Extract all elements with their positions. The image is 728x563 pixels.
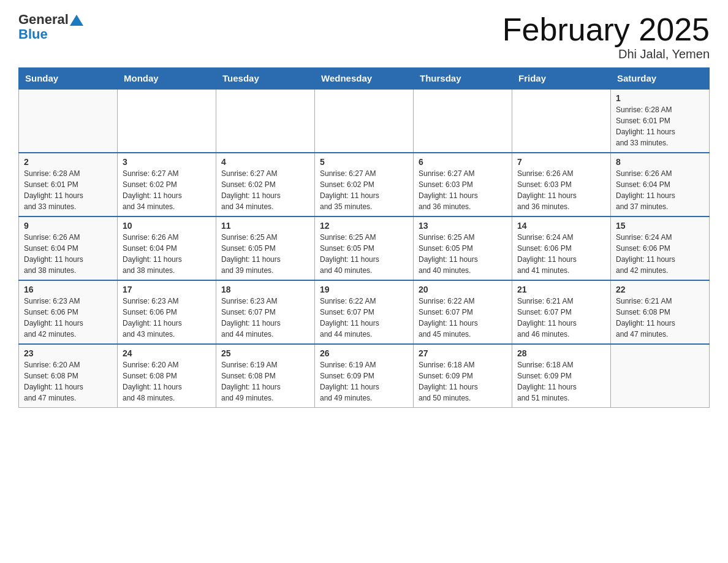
weekday-header-tuesday: Tuesday [216,68,315,90]
logo-triangle-icon [70,12,83,26]
day-number: 16 [24,285,112,294]
day-info: Sunrise: 6:26 AM Sunset: 6:04 PM Dayligh… [616,168,704,212]
calendar-week-3: 9Sunrise: 6:26 AM Sunset: 6:04 PM Daylig… [19,216,710,280]
calendar-cell: 12Sunrise: 6:25 AM Sunset: 6:05 PM Dayli… [315,216,414,280]
day-info: Sunrise: 6:23 AM Sunset: 6:06 PM Dayligh… [123,296,211,340]
calendar-cell: 17Sunrise: 6:23 AM Sunset: 6:06 PM Dayli… [118,280,216,344]
calendar-cell: 21Sunrise: 6:21 AM Sunset: 6:07 PM Dayli… [512,280,611,344]
calendar-week-5: 23Sunrise: 6:20 AM Sunset: 6:08 PM Dayli… [19,344,710,408]
calendar-body: 1Sunrise: 6:28 AM Sunset: 6:01 PM Daylig… [19,89,710,408]
weekday-header-friday: Friday [512,68,611,90]
calendar-table: SundayMondayTuesdayWednesdayThursdayFrid… [18,67,710,408]
calendar-cell: 19Sunrise: 6:22 AM Sunset: 6:07 PM Dayli… [315,280,414,344]
logo: General Blue [18,12,83,42]
calendar-cell [216,89,315,153]
calendar-cell [118,89,216,153]
day-number: 15 [616,221,704,231]
calendar-cell: 3Sunrise: 6:27 AM Sunset: 6:02 PM Daylig… [118,153,216,216]
day-info: Sunrise: 6:18 AM Sunset: 6:09 PM Dayligh… [517,359,605,404]
calendar-cell: 27Sunrise: 6:18 AM Sunset: 6:09 PM Dayli… [414,344,512,408]
day-number: 17 [123,285,211,294]
day-number: 24 [123,348,211,358]
calendar-week-1: 1Sunrise: 6:28 AM Sunset: 6:01 PM Daylig… [19,89,710,153]
logo-blue-text: Blue [18,26,48,42]
calendar-cell [315,89,414,153]
calendar-cell: 25Sunrise: 6:19 AM Sunset: 6:08 PM Dayli… [216,344,315,408]
calendar-cell: 20Sunrise: 6:22 AM Sunset: 6:07 PM Dayli… [414,280,512,344]
day-number: 18 [221,285,309,294]
day-number: 27 [419,348,507,358]
calendar-cell: 14Sunrise: 6:24 AM Sunset: 6:06 PM Dayli… [512,216,611,280]
day-number: 28 [517,348,605,358]
svg-marker-0 [70,15,83,26]
day-number: 2 [24,157,112,167]
day-info: Sunrise: 6:27 AM Sunset: 6:02 PM Dayligh… [221,168,309,212]
weekday-header-wednesday: Wednesday [315,68,414,90]
day-number: 22 [616,285,704,294]
day-info: Sunrise: 6:20 AM Sunset: 6:08 PM Dayligh… [24,359,112,404]
calendar-cell [512,89,611,153]
calendar-location: Dhi Jalal, Yemen [502,47,710,61]
calendar-cell: 6Sunrise: 6:27 AM Sunset: 6:03 PM Daylig… [414,153,512,216]
calendar-cell: 2Sunrise: 6:28 AM Sunset: 6:01 PM Daylig… [19,153,118,216]
day-info: Sunrise: 6:20 AM Sunset: 6:08 PM Dayligh… [123,359,211,404]
calendar-cell [19,89,118,153]
calendar-week-2: 2Sunrise: 6:28 AM Sunset: 6:01 PM Daylig… [19,153,710,216]
weekday-header-saturday: Saturday [611,68,710,90]
calendar-cell: 10Sunrise: 6:26 AM Sunset: 6:04 PM Dayli… [118,216,216,280]
day-info: Sunrise: 6:23 AM Sunset: 6:07 PM Dayligh… [221,296,309,340]
calendar-cell: 13Sunrise: 6:25 AM Sunset: 6:05 PM Dayli… [414,216,512,280]
day-number: 4 [221,157,309,167]
day-info: Sunrise: 6:27 AM Sunset: 6:02 PM Dayligh… [320,168,408,212]
day-number: 25 [221,348,309,358]
day-number: 5 [320,157,408,167]
day-number: 14 [517,221,605,231]
calendar-cell [611,344,710,408]
day-info: Sunrise: 6:21 AM Sunset: 6:08 PM Dayligh… [616,296,704,340]
day-info: Sunrise: 6:21 AM Sunset: 6:07 PM Dayligh… [517,296,605,340]
day-info: Sunrise: 6:26 AM Sunset: 6:04 PM Dayligh… [123,232,211,276]
day-info: Sunrise: 6:27 AM Sunset: 6:02 PM Dayligh… [123,168,211,212]
day-number: 13 [419,221,507,231]
day-info: Sunrise: 6:24 AM Sunset: 6:06 PM Dayligh… [616,232,704,276]
calendar-cell: 22Sunrise: 6:21 AM Sunset: 6:08 PM Dayli… [611,280,710,344]
calendar-cell: 15Sunrise: 6:24 AM Sunset: 6:06 PM Dayli… [611,216,710,280]
weekday-header-thursday: Thursday [414,68,512,90]
day-info: Sunrise: 6:18 AM Sunset: 6:09 PM Dayligh… [419,359,507,404]
day-number: 8 [616,157,704,167]
calendar-header: SundayMondayTuesdayWednesdayThursdayFrid… [19,68,710,90]
day-info: Sunrise: 6:23 AM Sunset: 6:06 PM Dayligh… [24,296,112,340]
day-number: 10 [123,221,211,231]
calendar-title: February 2025 [502,12,710,47]
calendar-cell: 11Sunrise: 6:25 AM Sunset: 6:05 PM Dayli… [216,216,315,280]
day-number: 23 [24,348,112,358]
day-info: Sunrise: 6:25 AM Sunset: 6:05 PM Dayligh… [419,232,507,276]
day-number: 1 [616,93,704,103]
day-number: 9 [24,221,112,231]
day-info: Sunrise: 6:27 AM Sunset: 6:03 PM Dayligh… [419,168,507,212]
day-number: 6 [419,157,507,167]
calendar-cell: 18Sunrise: 6:23 AM Sunset: 6:07 PM Dayli… [216,280,315,344]
calendar-cell [414,89,512,153]
day-info: Sunrise: 6:28 AM Sunset: 6:01 PM Dayligh… [24,168,112,212]
calendar-cell: 5Sunrise: 6:27 AM Sunset: 6:02 PM Daylig… [315,153,414,216]
day-info: Sunrise: 6:22 AM Sunset: 6:07 PM Dayligh… [419,296,507,340]
calendar-cell: 1Sunrise: 6:28 AM Sunset: 6:01 PM Daylig… [611,89,710,153]
day-info: Sunrise: 6:26 AM Sunset: 6:04 PM Dayligh… [24,232,112,276]
logo-general-text: General [18,12,69,27]
calendar-cell: 24Sunrise: 6:20 AM Sunset: 6:08 PM Dayli… [118,344,216,408]
page-header: General Blue February 2025 Dhi Jalal, Ye… [18,12,710,61]
day-info: Sunrise: 6:25 AM Sunset: 6:05 PM Dayligh… [320,232,408,276]
day-info: Sunrise: 6:28 AM Sunset: 6:01 PM Dayligh… [616,104,704,148]
day-number: 11 [221,221,309,231]
weekday-header-sunday: Sunday [19,68,118,90]
calendar-cell: 26Sunrise: 6:19 AM Sunset: 6:09 PM Dayli… [315,344,414,408]
weekday-header-monday: Monday [118,68,216,90]
day-info: Sunrise: 6:26 AM Sunset: 6:03 PM Dayligh… [517,168,605,212]
day-info: Sunrise: 6:24 AM Sunset: 6:06 PM Dayligh… [517,232,605,276]
weekday-header-row: SundayMondayTuesdayWednesdayThursdayFrid… [19,68,710,90]
day-number: 7 [517,157,605,167]
calendar-cell: 7Sunrise: 6:26 AM Sunset: 6:03 PM Daylig… [512,153,611,216]
day-info: Sunrise: 6:19 AM Sunset: 6:08 PM Dayligh… [221,359,309,404]
day-number: 19 [320,285,408,294]
